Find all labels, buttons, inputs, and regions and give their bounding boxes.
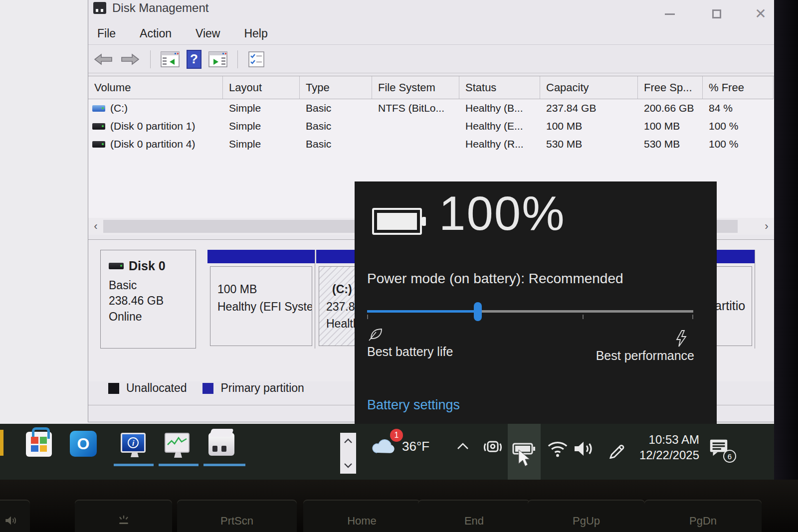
battery-flyout: 100% Power mode (on battery): Recommende…: [355, 182, 716, 424]
outlook-icon: O: [70, 431, 97, 457]
forward-button[interactable]: [120, 53, 140, 66]
toolbar-separator: [237, 50, 238, 68]
cell-pct-free: 84 %: [703, 102, 774, 114]
cell-free-space: 530 MB: [638, 138, 703, 150]
cell-pct-free: 100 %: [703, 120, 774, 132]
minimize-button[interactable]: [658, 5, 681, 23]
column-layout[interactable]: Layout: [223, 76, 300, 99]
meet-now-button[interactable]: [482, 437, 504, 459]
cell-volume: (C:): [110, 102, 128, 114]
close-icon: ✕: [755, 7, 766, 21]
taskbar-item-performance[interactable]: [165, 433, 190, 453]
photographed-laptop-screen: Disk Management ✕ File Action View Help: [0, 0, 798, 532]
disk0-size: 238.46 GB: [109, 293, 196, 309]
unallocated-swatch-icon: [108, 383, 119, 394]
legend-unallocated-label: Unallocated: [126, 381, 187, 395]
cell-capacity: 237.84 GB: [540, 102, 638, 114]
performance-monitor-icon: [165, 433, 190, 453]
taskbar-item-disk-tool[interactable]: [208, 433, 234, 456]
disk0-status: Online: [109, 309, 196, 325]
cell-volume: (Disk 0 partition 1): [110, 120, 195, 132]
table-row[interactable]: (Disk 0 partition 1) Simple Basic Health…: [88, 117, 774, 135]
disk0-icon: [109, 263, 124, 269]
taskbar-toolbar-scroller[interactable]: [340, 433, 356, 474]
volume-list-header: Volume Layout Type File System Status Ca…: [88, 76, 774, 99]
toolbar: ?: [88, 45, 774, 73]
cutoff-taskbar-icon: [0, 430, 3, 456]
taskbar-clock[interactable]: 10:53 AM 12/22/2025: [629, 432, 699, 463]
show-action-pane-button[interactable]: [208, 51, 227, 67]
lightning-icon: [674, 330, 688, 348]
column-type[interactable]: Type: [300, 76, 372, 99]
disk0-panel[interactable]: Disk 0 Basic 238.46 GB Online: [100, 250, 196, 349]
primary-partition-swatch-icon: [202, 383, 213, 394]
cell-type: Basic: [300, 120, 372, 132]
cell-status: Healthy (E...: [459, 120, 540, 132]
help-button[interactable]: ?: [187, 50, 201, 69]
power-mode-slider[interactable]: [367, 302, 693, 322]
scroll-left-icon[interactable]: ‹: [88, 218, 103, 235]
menu-bar: File Action View Help: [88, 23, 774, 45]
column-status[interactable]: Status: [459, 76, 540, 99]
toolbar-separator: [150, 50, 151, 68]
legend: Unallocated Primary partition: [108, 381, 304, 395]
power-slider-thumb[interactable]: [474, 302, 482, 321]
cell-type: Basic: [300, 138, 372, 150]
cell-volume: (Disk 0 partition 4): [110, 138, 195, 150]
key-volume: [0, 500, 30, 532]
column-free-space[interactable]: Free Sp...: [638, 76, 703, 99]
action-center-button[interactable]: 6: [707, 437, 730, 458]
key-pgdn: PgDn: [644, 500, 762, 532]
table-row[interactable]: (C:) Simple Basic NTFS (BitLo... Healthy…: [88, 99, 774, 117]
pen-tray-button[interactable]: [607, 439, 627, 459]
weather-widget[interactable]: 1: [370, 435, 397, 455]
partition-drive-icon: [92, 141, 105, 148]
cell-layout: Simple: [223, 120, 300, 132]
taskbar-item-store[interactable]: [26, 432, 52, 457]
question-mark-icon: ?: [190, 51, 198, 67]
legend-primary-label: Primary partition: [220, 381, 304, 395]
slider-tick: [583, 315, 584, 319]
weather-temperature: 36°F: [402, 439, 429, 454]
close-button[interactable]: ✕: [749, 5, 772, 23]
checklist-icon: [248, 51, 265, 68]
pen-icon: [607, 439, 627, 459]
volume-tray-button[interactable]: [572, 439, 596, 459]
taskbar: O i 1 36°F: [0, 424, 774, 480]
show-console-tree-button[interactable]: [161, 51, 180, 67]
scroll-right-icon[interactable]: ›: [759, 218, 774, 235]
column-file-system[interactable]: File System: [372, 76, 459, 99]
key-pgup: PgUp: [528, 500, 645, 532]
disk-tool-icon: [208, 433, 234, 456]
back-button[interactable]: [93, 53, 113, 66]
laptop-bezel: [774, 0, 798, 480]
disk-management-app-icon: [93, 2, 106, 14]
cell-capacity: 530 MB: [540, 138, 638, 150]
taskbar-item-outlook[interactable]: O: [70, 431, 97, 457]
wifi-tray-button[interactable]: [547, 439, 569, 459]
efi-partition-size: 100 MB: [217, 281, 312, 298]
maximize-button[interactable]: [705, 5, 728, 23]
menu-view[interactable]: View: [196, 27, 220, 40]
menu-action[interactable]: Action: [140, 27, 172, 40]
weather-badge: 1: [390, 429, 403, 442]
volume-c-drive-icon: [92, 105, 105, 112]
cell-pct-free: 100 %: [703, 138, 774, 150]
column-capacity[interactable]: Capacity: [540, 76, 638, 99]
disk0-name: Disk 0: [129, 257, 166, 275]
window-title: Disk Management: [112, 1, 208, 15]
mouse-cursor: [517, 449, 534, 468]
taskbar-item-system-info[interactable]: i: [121, 433, 146, 453]
cell-free-space: 100 MB: [638, 120, 703, 132]
disk0-kind: Basic: [109, 278, 196, 294]
efi-partition-block[interactable]: 100 MB Healthy (EFI Syste: [207, 250, 315, 349]
column-volume[interactable]: Volume: [88, 76, 223, 99]
tray-overflow-button[interactable]: [455, 441, 471, 452]
table-row[interactable]: (Disk 0 partition 4) Simple Basic Health…: [88, 135, 774, 153]
menu-file[interactable]: File: [97, 27, 116, 40]
battery-settings-link[interactable]: Battery settings: [367, 397, 460, 413]
menu-help[interactable]: Help: [244, 27, 267, 40]
key-prtscn: PrtScn: [177, 500, 297, 532]
properties-button[interactable]: [248, 51, 265, 68]
column-pct-free[interactable]: % Free: [703, 76, 774, 99]
